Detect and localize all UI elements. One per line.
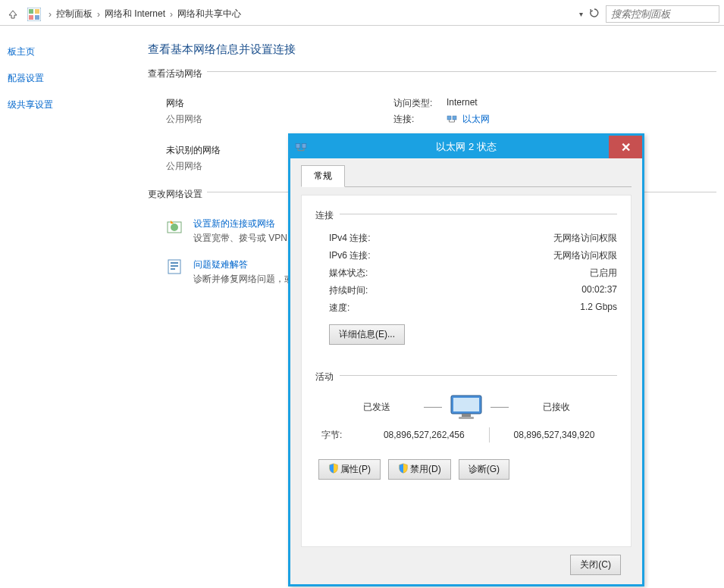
computer-icon bbox=[450, 394, 483, 420]
activity-section-label: 活动 bbox=[315, 371, 334, 383]
ethernet-icon bbox=[447, 113, 457, 124]
dropdown-icon[interactable]: ▾ bbox=[579, 10, 583, 18]
access-type-value: Internet bbox=[447, 97, 478, 110]
access-type-label: 访问类型: bbox=[393, 97, 447, 110]
crumb-control-panel[interactable]: 控制面板 bbox=[56, 8, 92, 20]
troubleshoot-icon bbox=[166, 258, 187, 275]
duration-value: 00:02:37 bbox=[581, 284, 617, 297]
connection-section-label: 连接 bbox=[315, 209, 334, 222]
ethernet-status-dialog: 以太网 2 状态 ✕ 常规 连接 IPv4 连接:无网络访问权限 IPv6 连接… bbox=[288, 133, 644, 586]
diagnose-button[interactable]: 诊断(G) bbox=[459, 459, 509, 480]
sidebar: 板主页 配器设置 级共享设置 bbox=[8, 45, 114, 125]
change-settings-label: 更改网络设置 bbox=[148, 188, 202, 201]
up-button[interactable] bbox=[5, 6, 21, 23]
ipv6-value: 无网络访问权限 bbox=[553, 249, 617, 262]
close-button[interactable]: 关闭(C) bbox=[570, 555, 621, 575]
control-panel-icon bbox=[27, 8, 41, 21]
dialog-title-text: 以太网 2 状态 bbox=[436, 140, 496, 154]
properties-button[interactable]: 属性(P) bbox=[318, 459, 381, 480]
media-label: 媒体状态: bbox=[329, 267, 368, 280]
connection-label: 连接: bbox=[393, 113, 447, 126]
speed-value: 1.2 Gbps bbox=[580, 302, 617, 314]
tab-strip: 常规 bbox=[301, 164, 632, 187]
search-input[interactable] bbox=[606, 5, 719, 23]
new-connection-desc: 设置宽带、拨号或 VPN 连 bbox=[193, 232, 299, 245]
received-label: 已接收 bbox=[543, 401, 570, 414]
close-icon[interactable]: ✕ bbox=[609, 136, 642, 158]
speed-label: 速度: bbox=[329, 302, 349, 314]
details-button[interactable]: 详细信息(E)... bbox=[329, 324, 405, 345]
bytes-sent-value: 08,896,527,262,456 bbox=[367, 430, 481, 440]
dialog-title-icon bbox=[295, 140, 309, 154]
refresh-icon[interactable] bbox=[589, 8, 600, 20]
shield-icon bbox=[328, 463, 339, 474]
sidebar-home[interactable]: 板主页 bbox=[8, 45, 114, 58]
bytes-received-value: 08,896,527,349,920 bbox=[497, 430, 611, 440]
dialog-titlebar[interactable]: 以太网 2 状态 ✕ bbox=[290, 136, 642, 158]
breadcrumb[interactable]: › 控制面板 › 网络和 Internet › 网络和共享中心 bbox=[44, 8, 573, 20]
active-networks-label: 查看活动网络 bbox=[148, 67, 202, 80]
tab-general[interactable]: 常规 bbox=[301, 165, 345, 187]
address-bar: › 控制面板 › 网络和 Internet › 网络和共享中心 ▾ bbox=[0, 3, 724, 26]
ipv4-value: 无网络访问权限 bbox=[553, 232, 617, 245]
shield-icon bbox=[398, 463, 409, 474]
duration-label: 持续时间: bbox=[329, 284, 368, 297]
new-connection-link[interactable]: 设置新的连接或网络 bbox=[193, 217, 299, 230]
ipv4-label: IPv4 连接: bbox=[329, 232, 371, 245]
connection-link[interactable]: 以太网 bbox=[462, 114, 490, 124]
sidebar-adapter-settings[interactable]: 配器设置 bbox=[8, 72, 114, 85]
troubleshoot-desc: 诊断并修复网络问题，或者 bbox=[193, 273, 302, 286]
crumb-sharing-center[interactable]: 网络和共享中心 bbox=[177, 8, 241, 20]
sent-label: 已发送 bbox=[363, 401, 390, 414]
network-profile: 公用网络 bbox=[166, 113, 393, 126]
crumb-network-internet[interactable]: 网络和 Internet bbox=[105, 8, 165, 20]
page-title: 查看基本网络信息并设置连接 bbox=[148, 42, 716, 57]
sidebar-advanced-sharing[interactable]: 级共享设置 bbox=[8, 99, 114, 111]
bytes-label: 字节: bbox=[321, 429, 359, 442]
network-name: 网络 bbox=[166, 97, 393, 110]
ipv6-label: IPv6 连接: bbox=[329, 249, 371, 262]
new-connection-icon bbox=[166, 217, 187, 234]
media-value: 已启用 bbox=[590, 267, 617, 280]
troubleshoot-link[interactable]: 问题疑难解答 bbox=[193, 258, 302, 271]
disable-button[interactable]: 禁用(D) bbox=[388, 459, 451, 480]
